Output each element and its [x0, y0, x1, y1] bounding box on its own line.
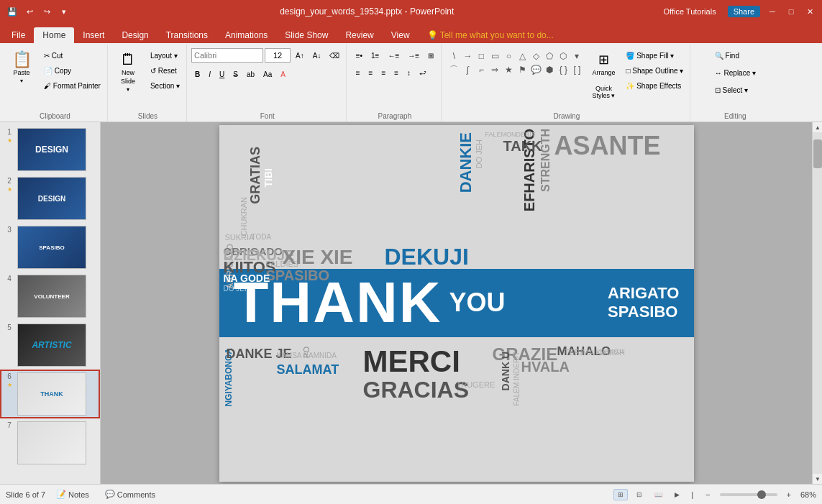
- office-tutorials-link[interactable]: Office Tutorials: [663, 7, 716, 16]
- shape-fill-button[interactable]: 🪣 Shape Fill ▾: [622, 48, 687, 63]
- justify-button[interactable]: ≡: [391, 65, 402, 80]
- tab-file[interactable]: File: [3, 27, 34, 43]
- reading-view-button[interactable]: 📖: [651, 489, 665, 500]
- increase-font-button[interactable]: A↑: [292, 48, 308, 63]
- close-button[interactable]: ✕: [803, 5, 816, 18]
- notes-button[interactable]: 📝 Notes: [51, 488, 94, 500]
- font-color-button[interactable]: A: [277, 67, 289, 81]
- shape-hex[interactable]: ⬡: [557, 50, 570, 63]
- find-button[interactable]: 🔍 Find: [711, 48, 743, 63]
- scroll-up-button[interactable]: ▲: [813, 122, 822, 132]
- shape-banner[interactable]: ⚑: [516, 63, 529, 76]
- line-spacing-button[interactable]: ↕: [403, 65, 414, 80]
- zoom-slider[interactable]: [720, 493, 777, 496]
- tab-view[interactable]: View: [383, 27, 419, 43]
- replace-button[interactable]: ↔ Replace ▾: [711, 65, 759, 80]
- minimize-button[interactable]: ─: [766, 5, 779, 18]
- section-button[interactable]: Section ▾: [147, 78, 183, 93]
- undo-icon[interactable]: ↩: [23, 5, 36, 18]
- restore-button[interactable]: □: [785, 5, 798, 18]
- shape-callout[interactable]: 💬: [529, 63, 542, 76]
- bold-button[interactable]: B: [191, 67, 204, 81]
- format-painter-button[interactable]: 🖌 Format Painter: [40, 78, 104, 93]
- slide-thumb-3[interactable]: 3 SPASIBO: [0, 223, 100, 272]
- share-button[interactable]: Share: [728, 6, 760, 17]
- font-size-input[interactable]: [265, 48, 291, 63]
- zoom-in-button[interactable]: +: [782, 489, 796, 500]
- shape-more[interactable]: ▾: [570, 50, 583, 63]
- shape-action[interactable]: ⬢: [543, 63, 556, 76]
- shape-freeform[interactable]: ∫: [461, 63, 474, 76]
- slide-thumb-4[interactable]: 4 VOLUNTEER: [0, 272, 100, 321]
- copy-button[interactable]: 📄 Copy: [40, 63, 104, 78]
- tab-design[interactable]: Design: [113, 27, 157, 43]
- shape-triangle[interactable]: △: [516, 50, 529, 63]
- paste-caret[interactable]: ▾: [20, 78, 23, 84]
- scroll-down-button[interactable]: ▼: [813, 474, 822, 484]
- numbering-button[interactable]: 1≡: [367, 48, 383, 63]
- cut-button[interactable]: ✂ Cut: [40, 48, 104, 63]
- scroll-thumb[interactable]: [813, 139, 822, 168]
- slide-thumb-7[interactable]: 7: [0, 418, 100, 467]
- clear-format-button[interactable]: ⌫: [326, 48, 343, 63]
- shape-effects-button[interactable]: ✨ Shape Effects: [622, 78, 687, 93]
- align-center-button[interactable]: ≡: [365, 65, 377, 80]
- shape-diamond[interactable]: ◇: [529, 50, 542, 63]
- shape-rounded-rect[interactable]: ▭: [488, 50, 501, 63]
- shape-curve[interactable]: ⌒: [447, 63, 460, 76]
- tab-slideshow[interactable]: Slide Show: [276, 27, 337, 43]
- comments-button[interactable]: 💬 Comments: [100, 488, 160, 500]
- slide-sorter-button[interactable]: ⊟: [632, 489, 647, 500]
- redo-icon[interactable]: ↪: [40, 5, 53, 18]
- font-name-input[interactable]: [191, 48, 263, 63]
- tab-insert[interactable]: Insert: [74, 27, 113, 43]
- slide-thumb-1[interactable]: 1★ DESIGN: [0, 125, 100, 174]
- indent-right-button[interactable]: →≡: [404, 48, 423, 63]
- tab-transitions[interactable]: Transitions: [157, 27, 216, 43]
- shape-pentagon[interactable]: ⬠: [543, 50, 556, 63]
- quick-styles-button[interactable]: Quick Styles ▾: [588, 81, 619, 103]
- tab-help[interactable]: 💡 Tell me what you want to do...: [419, 27, 562, 43]
- shape-brace[interactable]: [ ]: [570, 63, 583, 76]
- select-button[interactable]: ⊡ Select ▾: [711, 83, 752, 97]
- tab-home[interactable]: Home: [34, 27, 74, 43]
- shadow-button[interactable]: ab: [243, 67, 258, 81]
- shape-eq[interactable]: { }: [557, 63, 570, 76]
- tab-animations[interactable]: Animations: [216, 27, 276, 43]
- align-right-button[interactable]: ≡: [378, 65, 389, 80]
- italic-button[interactable]: I: [205, 67, 214, 81]
- normal-view-button[interactable]: ⊞: [613, 489, 628, 500]
- slide-thumb-2[interactable]: 2★ DESIGN: [0, 174, 100, 223]
- new-slide-button[interactable]: 🗒 New Slide ▾: [112, 48, 144, 95]
- slide-thumb-6[interactable]: 6★ THANK: [0, 370, 100, 418]
- layout-button[interactable]: Layout ▾: [147, 48, 183, 63]
- slideshow-button[interactable]: ▶: [670, 489, 684, 500]
- charspacing-button[interactable]: Aa: [260, 67, 275, 81]
- strikethrough-button[interactable]: S: [229, 67, 242, 81]
- customize-icon[interactable]: ▾: [58, 5, 70, 18]
- slide-thumb-5[interactable]: 5 ARTISTIC: [0, 321, 100, 370]
- paste-button[interactable]: 📋 Paste ▾: [6, 48, 37, 95]
- underline-button[interactable]: U: [216, 67, 228, 81]
- new-slide-caret[interactable]: ▾: [127, 86, 129, 93]
- bullets-button[interactable]: ≡•: [352, 48, 366, 63]
- shape-oval[interactable]: ○: [502, 50, 515, 63]
- align-left-button[interactable]: ≡: [352, 65, 364, 80]
- save-icon[interactable]: 💾: [6, 5, 19, 18]
- zoom-out-button[interactable]: −: [700, 489, 715, 500]
- shape-arrow[interactable]: →: [461, 50, 474, 63]
- zoom-thumb[interactable]: [757, 490, 766, 499]
- decrease-font-button[interactable]: A↓: [309, 48, 325, 63]
- scroll-track[interactable]: [813, 132, 822, 474]
- tab-review[interactable]: Review: [337, 27, 382, 43]
- text-direction-button[interactable]: ⮐: [416, 65, 430, 80]
- arrange-button[interactable]: ⊞ Arrange: [588, 48, 619, 81]
- columns-button[interactable]: ⊞: [424, 48, 437, 63]
- shape-connector[interactable]: ⌐: [475, 63, 488, 76]
- shape-outline-button[interactable]: □ Shape Outline ▾: [622, 63, 687, 78]
- shape-star[interactable]: ★: [502, 63, 515, 76]
- shape-rect[interactable]: □: [475, 50, 488, 63]
- shape-block-arrow[interactable]: ⇒: [488, 63, 501, 76]
- shape-line[interactable]: \: [447, 50, 460, 63]
- indent-left-button[interactable]: ←≡: [384, 48, 403, 63]
